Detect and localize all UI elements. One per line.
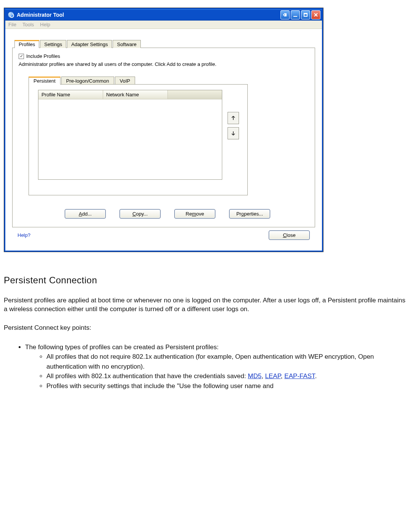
persistent-panel: Profile Name Network Name bbox=[29, 84, 248, 195]
menu-tools[interactable]: Tools bbox=[22, 22, 34, 27]
tab-profiles[interactable]: Profiles bbox=[14, 40, 39, 48]
profiles-panel: ✓ Include Profiles Administrator profile… bbox=[12, 48, 315, 227]
menubar: File Tools Help bbox=[5, 21, 322, 29]
arrow-up-icon bbox=[231, 115, 236, 121]
profiles-table[interactable]: Profile Name Network Name bbox=[38, 90, 222, 180]
properties-button[interactable]: Properties... bbox=[229, 209, 270, 219]
doc-sub3: Profiles with security settings that inc… bbox=[46, 381, 407, 391]
titlebar-extra-button[interactable] bbox=[280, 10, 290, 19]
svg-rect-0 bbox=[285, 13, 287, 16]
copy-button[interactable]: Copy... bbox=[119, 209, 161, 219]
minimize-icon bbox=[293, 16, 297, 17]
col-network-name[interactable]: Network Name bbox=[103, 90, 168, 99]
doc-sub1: All profiles that do not require 802.1x … bbox=[46, 352, 407, 371]
outer-tabbar: Profiles Settings Adapter Settings Softw… bbox=[12, 40, 315, 48]
close-button[interactable] bbox=[311, 10, 320, 19]
titlebar: Administrator Tool bbox=[5, 9, 322, 21]
maximize-icon bbox=[304, 13, 307, 17]
menu-file[interactable]: File bbox=[8, 22, 16, 27]
tab-prelogon-common[interactable]: Pre-logon/Common bbox=[61, 77, 114, 85]
footer-row: Help? Close bbox=[12, 227, 315, 244]
tab-persistent[interactable]: Persistent bbox=[29, 77, 61, 85]
tab-adapter-settings[interactable]: Adapter Settings bbox=[67, 40, 112, 48]
move-up-button[interactable] bbox=[228, 112, 239, 124]
window-title: Administrator Tool bbox=[17, 12, 64, 18]
inner-tabbar: Persistent Pre-logon/Common VoIP bbox=[19, 76, 309, 84]
tab-software[interactable]: Software bbox=[113, 40, 140, 48]
doc-sub2: All profiles with 802.1x authentication … bbox=[46, 371, 407, 381]
add-button[interactable]: Add... bbox=[65, 209, 106, 219]
move-down-button[interactable] bbox=[228, 127, 239, 139]
admin-tool-window: Administrator Tool File Tools Help Profi… bbox=[4, 8, 323, 252]
screenshot-container: Administrator Tool File Tools Help Profi… bbox=[4, 8, 323, 252]
close-dialog-button[interactable]: Close bbox=[269, 230, 310, 240]
doc-heading: Persistent Connection bbox=[4, 275, 407, 286]
doc-para1: Persistent profiles are applied at boot … bbox=[4, 296, 407, 314]
window-body: Profiles Settings Adapter Settings Softw… bbox=[5, 29, 322, 251]
remove-button[interactable]: Remove bbox=[174, 209, 215, 219]
menu-help[interactable]: Help bbox=[40, 22, 50, 27]
tab-voip[interactable]: VoIP bbox=[115, 77, 135, 85]
close-icon bbox=[313, 12, 319, 18]
help-link[interactable]: Help? bbox=[18, 232, 30, 238]
col-spacer bbox=[168, 90, 222, 99]
link-eapfast[interactable]: EAP-FAST bbox=[284, 372, 315, 380]
maximize-button[interactable] bbox=[301, 10, 310, 19]
doc-bullet1: The following types of profiles can be c… bbox=[25, 342, 407, 391]
arrow-down-icon bbox=[231, 131, 236, 136]
col-profile-name[interactable]: Profile Name bbox=[38, 90, 103, 99]
profiles-description: Administrator profiles are shared by all… bbox=[19, 61, 309, 67]
tab-settings[interactable]: Settings bbox=[40, 40, 66, 48]
minimize-button[interactable] bbox=[291, 10, 300, 19]
include-profiles-label: Include Profiles bbox=[26, 53, 60, 59]
doc-section: Persistent Connection Persistent profile… bbox=[4, 275, 407, 391]
app-icon bbox=[8, 11, 14, 18]
doc-para2: Persistent Connect key points: bbox=[4, 324, 407, 332]
link-leap[interactable]: LEAP bbox=[265, 372, 281, 380]
include-profiles-checkbox[interactable]: ✓ bbox=[19, 54, 24, 59]
action-buttons-row: Add... Copy... Remove Properties... bbox=[26, 209, 309, 219]
link-md5[interactable]: MD5 bbox=[248, 372, 261, 380]
